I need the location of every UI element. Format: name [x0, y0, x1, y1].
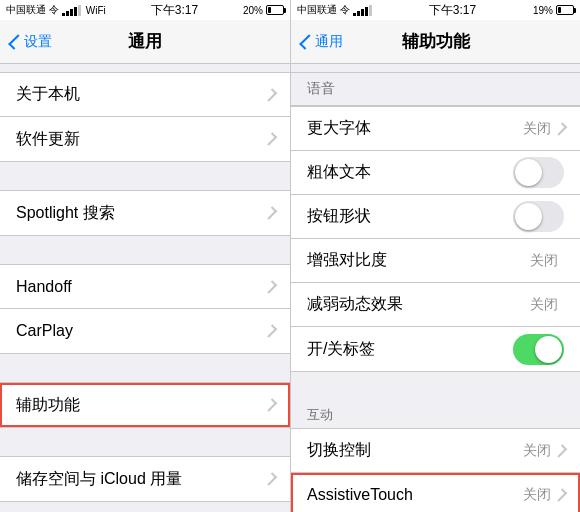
right-spacer-0 — [291, 64, 580, 72]
handoff-label: Handoff — [16, 278, 267, 296]
right-back-chevron-icon — [299, 34, 315, 50]
left-spacer-1 — [0, 162, 290, 190]
left-battery-icon — [266, 5, 284, 15]
left-nav-title: 通用 — [128, 30, 162, 53]
left-time: 下午3:17 — [151, 2, 198, 19]
left-status-bar: 中国联通 令 WiFi 下午3:17 20% — [0, 0, 290, 20]
left-nav-back-label: 设置 — [24, 33, 52, 51]
left-nav-bar: 设置 通用 — [0, 20, 290, 64]
reduce-motion-value: 关闭 — [530, 296, 558, 314]
assistivetouch-value: 关闭 — [523, 486, 551, 504]
signal-bar-1 — [62, 13, 65, 16]
assistivetouch-chevron-icon — [554, 488, 567, 501]
right-status-left: 中国联通 令 — [297, 3, 372, 17]
increase-contrast-label: 增强对比度 — [307, 250, 530, 271]
left-panel: 中国联通 令 WiFi 下午3:17 20% 设置 通用 — [0, 0, 290, 512]
signal-bar-2 — [357, 11, 360, 16]
right-group-2: 切换控制 关闭 AssistiveTouch 关闭 触摸调节 关闭 — [291, 428, 580, 512]
list-item[interactable]: Spotlight 搜索 — [0, 191, 290, 235]
left-spacer-5 — [0, 502, 290, 512]
toggle-thumb — [515, 159, 542, 186]
increase-contrast-item[interactable]: 增强对比度 关闭 — [291, 239, 580, 283]
carplay-label: CarPlay — [16, 322, 267, 340]
left-spacer-4 — [0, 428, 290, 456]
toggle-thumb — [515, 203, 542, 230]
right-battery-fill — [558, 7, 561, 13]
signal-bar-4 — [365, 7, 368, 16]
voice-section-label: 语音 — [307, 80, 564, 98]
right-group-voice-header: 语音 — [291, 72, 580, 106]
toggle-thumb — [535, 336, 562, 363]
right-nav-title: 辅助功能 — [402, 30, 470, 53]
larger-text-item[interactable]: 更大字体 关闭 — [291, 107, 580, 151]
signal-bar-4 — [74, 7, 77, 16]
left-spacer-0 — [0, 64, 290, 72]
button-shapes-label: 按钮形状 — [307, 206, 513, 227]
left-scroll-content: 关于本机 软件更新 Spotlight 搜索 Handoff Car — [0, 64, 290, 512]
signal-bar-5 — [369, 5, 372, 16]
right-status-bar: 中国联通 令 下午3:17 19% — [291, 0, 580, 20]
reduce-motion-item[interactable]: 减弱动态效果 关闭 — [291, 283, 580, 327]
right-nav-back[interactable]: 通用 — [299, 33, 343, 51]
signal-bar-5 — [78, 5, 81, 16]
voice-header-item: 语音 — [291, 73, 580, 105]
left-carrier: 中国联通 令 — [6, 3, 59, 17]
signal-bar-1 — [353, 13, 356, 16]
left-spacer-3 — [0, 354, 290, 382]
button-shapes-toggle[interactable] — [513, 201, 564, 232]
item-label: Spotlight 搜索 — [16, 203, 267, 224]
interactive-section-label: 互动 — [307, 406, 333, 424]
right-signal — [353, 5, 372, 16]
list-item[interactable]: 软件更新 — [0, 117, 290, 161]
left-group-3: Handoff CarPlay — [0, 264, 290, 354]
chevron-right-icon — [554, 122, 567, 135]
assistivetouch-item[interactable]: AssistiveTouch 关闭 — [291, 473, 580, 512]
carplay-item[interactable]: CarPlay — [0, 309, 290, 353]
bold-text-label: 粗体文本 — [307, 162, 513, 183]
larger-text-label: 更大字体 — [307, 118, 523, 139]
left-back-chevron-icon — [8, 34, 24, 50]
item-label: 软件更新 — [16, 129, 267, 150]
right-spacer-1 — [291, 372, 580, 400]
storage-item[interactable]: 储存空间与 iCloud 用量 — [0, 457, 290, 501]
right-time: 下午3:17 — [429, 2, 476, 19]
accessibility-label: 辅助功能 — [16, 395, 267, 416]
right-panel: 中国联通 令 下午3:17 19% 通用 辅助功能 — [290, 0, 580, 512]
bold-text-toggle[interactable] — [513, 157, 564, 188]
on-off-labels-item[interactable]: 开/关标签 — [291, 327, 580, 371]
switch-control-label: 切换控制 — [307, 440, 523, 461]
left-spacer-2 — [0, 236, 290, 264]
left-group-4: 辅助功能 — [0, 382, 290, 428]
switch-control-value: 关闭 — [523, 442, 551, 460]
wifi-icon: WiFi — [86, 5, 106, 16]
left-nav-back[interactable]: 设置 — [8, 33, 52, 51]
bold-text-item[interactable]: 粗体文本 — [291, 151, 580, 195]
interactive-section-header: 互动 — [291, 400, 580, 428]
right-nav-back-label: 通用 — [315, 33, 343, 51]
chevron-right-icon — [554, 444, 567, 457]
right-battery-icon — [556, 5, 574, 15]
right-group-1: 更大字体 关闭 粗体文本 按钮形状 增强对比度 关闭 — [291, 106, 580, 372]
right-carrier: 中国联通 令 — [297, 3, 350, 17]
on-off-labels-toggle[interactable] — [513, 334, 564, 365]
reduce-motion-label: 减弱动态效果 — [307, 294, 530, 315]
larger-text-value: 关闭 — [523, 120, 551, 138]
right-status-right: 19% — [533, 5, 574, 16]
switch-control-item[interactable]: 切换控制 关闭 — [291, 429, 580, 473]
accessibility-item[interactable]: 辅助功能 — [0, 383, 290, 427]
increase-contrast-value: 关闭 — [530, 252, 558, 270]
handoff-item[interactable]: Handoff — [0, 265, 290, 309]
left-battery-pct: 20% — [243, 5, 263, 16]
on-off-labels-label: 开/关标签 — [307, 339, 513, 360]
list-item[interactable]: 关于本机 — [0, 73, 290, 117]
right-nav-bar: 通用 辅助功能 — [291, 20, 580, 64]
left-group-1: 关于本机 软件更新 — [0, 72, 290, 162]
storage-label: 储存空间与 iCloud 用量 — [16, 469, 267, 490]
assistivetouch-label: AssistiveTouch — [307, 486, 523, 504]
button-shapes-item[interactable]: 按钮形状 — [291, 195, 580, 239]
left-battery-fill — [268, 7, 271, 13]
left-group-5: 储存空间与 iCloud 用量 — [0, 456, 290, 502]
right-battery-pct: 19% — [533, 5, 553, 16]
left-status-left: 中国联通 令 WiFi — [6, 3, 106, 17]
signal-bar-3 — [70, 9, 73, 16]
